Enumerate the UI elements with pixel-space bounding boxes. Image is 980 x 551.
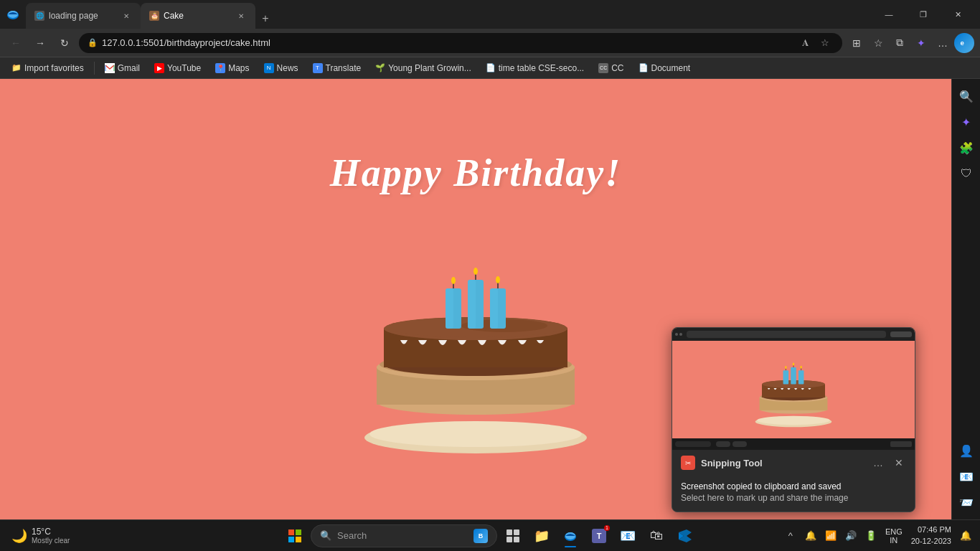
network-icon[interactable]: 📶 bbox=[822, 527, 839, 545]
fav-gmail-label: Gmail bbox=[118, 63, 140, 73]
battery-icon[interactable]: 🔋 bbox=[862, 527, 880, 545]
snipping-tool-menu[interactable]: … bbox=[870, 456, 886, 470]
svg-point-7 bbox=[369, 421, 582, 447]
svg-point-49 bbox=[785, 366, 787, 369]
sidebar-search-icon[interactable]: 🔍 bbox=[955, 85, 978, 108]
svg-point-34 bbox=[757, 416, 830, 425]
tab-title-loading: loading page bbox=[49, 11, 116, 21]
svg-rect-26 bbox=[468, 280, 476, 329]
taskview-button[interactable] bbox=[500, 523, 526, 549]
fav-gmail[interactable]: Gmail bbox=[99, 62, 146, 75]
tab-cake[interactable]: 🎂 Cake ✕ bbox=[141, 3, 255, 29]
svg-point-24 bbox=[451, 277, 456, 284]
favorites-star-button[interactable]: ☆ bbox=[868, 33, 888, 53]
start-button[interactable] bbox=[282, 523, 308, 549]
browser-viewport[interactable]: Happy Birthday! bbox=[0, 79, 951, 519]
reader-mode-button[interactable]: 𝐀 bbox=[796, 34, 814, 52]
outlook-taskbar-button[interactable]: 📧 bbox=[615, 523, 641, 549]
clock-time: 07:46 PM bbox=[918, 524, 951, 535]
split-view-button[interactable]: ⧉ bbox=[890, 33, 910, 53]
favorites-bar: 📁 Import favorites Gmail ▶ YouTube 📍 Map… bbox=[0, 57, 980, 79]
fav-translate-label: Translate bbox=[326, 63, 362, 73]
window-controls-left bbox=[6, 7, 23, 22]
maximize-button[interactable]: ❐ bbox=[907, 3, 940, 26]
file-explorer-button[interactable]: 📁 bbox=[529, 523, 555, 549]
fav-maps[interactable]: 📍 Maps bbox=[209, 62, 255, 75]
tab-close-loading[interactable]: ✕ bbox=[121, 10, 132, 22]
sidebar-essentials-icon[interactable]: 🛡 bbox=[955, 162, 978, 185]
snipping-tool-logo: ✂ bbox=[681, 456, 695, 470]
snipping-message-1: Screenshot copied to clipboard and saved bbox=[681, 481, 906, 491]
tab-loading-page[interactable]: 🌐 loading page ✕ bbox=[26, 3, 141, 29]
fav-youtube[interactable]: ▶ YouTube bbox=[149, 62, 207, 75]
address-box[interactable]: 🔒 127.0.0.1:5501/birthdayproject/cake.ht… bbox=[79, 33, 842, 53]
more-button[interactable]: … bbox=[933, 33, 953, 53]
svg-rect-22 bbox=[446, 288, 453, 329]
svg-rect-59 bbox=[514, 537, 519, 542]
fav-import-favorites[interactable]: 📁 Import favorites bbox=[6, 62, 90, 75]
cake-image bbox=[339, 230, 612, 462]
fav-news[interactable]: N News bbox=[258, 62, 304, 75]
store-button[interactable]: 🛍 bbox=[644, 523, 669, 549]
copilot-toolbar-button[interactable]: ✦ bbox=[911, 33, 931, 53]
fav-timetable[interactable]: 📄 time table CSE-seco... bbox=[480, 62, 590, 75]
svg-rect-43 bbox=[783, 370, 789, 384]
svg-rect-53 bbox=[296, 529, 301, 535]
toolbar-icons: ⊞ ☆ ⧉ ✦ … e bbox=[847, 33, 974, 53]
sidebar-profile-icon[interactable]: 👤 bbox=[955, 439, 978, 462]
new-tab-button[interactable]: + bbox=[255, 9, 275, 29]
back-button[interactable]: ← bbox=[6, 33, 26, 53]
sidebar-outlook-icon[interactable]: 📧 bbox=[955, 465, 978, 488]
close-button[interactable]: ✕ bbox=[941, 3, 974, 26]
svg-rect-30 bbox=[490, 288, 498, 329]
cc-icon: CC bbox=[598, 63, 608, 73]
svg-rect-57 bbox=[514, 529, 519, 535]
language-region: IN bbox=[885, 536, 903, 545]
svg-rect-3 bbox=[105, 63, 115, 73]
fav-cc[interactable]: CC CC bbox=[593, 62, 629, 75]
notification-button[interactable]: 🔔 bbox=[957, 527, 974, 545]
edge-taskbar-button[interactable] bbox=[557, 523, 583, 549]
taskbar-search[interactable]: 🔍 Search B bbox=[311, 524, 497, 547]
right-sidebar: 🔍 ✦ 🧩 🛡 👤 📧 📨 bbox=[951, 79, 980, 519]
teams-icon: T bbox=[592, 529, 606, 543]
vscode-button[interactable] bbox=[672, 523, 698, 549]
minimize-button[interactable]: — bbox=[872, 3, 905, 26]
gmail-icon bbox=[105, 63, 115, 73]
address-bar: ← → ↻ 🔒 127.0.0.1:5501/birthdayproject/c… bbox=[0, 29, 980, 57]
fav-document-label: Document bbox=[651, 63, 691, 73]
sidebar-copilot-icon[interactable]: ✦ bbox=[955, 110, 978, 133]
birthday-heading: Happy Birthday! bbox=[330, 151, 622, 195]
profile-icon[interactable]: e bbox=[954, 33, 974, 53]
language-indicator[interactable]: ENG IN bbox=[882, 526, 905, 546]
fav-translate[interactable]: T Translate bbox=[307, 62, 367, 75]
svg-rect-45 bbox=[791, 367, 796, 384]
volume-icon[interactable]: 🔊 bbox=[842, 527, 859, 545]
tab-close-cake[interactable]: ✕ bbox=[235, 10, 247, 22]
systray-overflow-button[interactable]: ^ bbox=[782, 527, 799, 545]
address-bar-icons: 𝐀 ☆ bbox=[796, 34, 834, 52]
fav-young-plant[interactable]: 🌱 Young Plant Growin... bbox=[369, 62, 477, 75]
svg-rect-58 bbox=[507, 537, 512, 542]
fav-document[interactable]: 📄 Document bbox=[633, 62, 697, 75]
snipping-tool-popup[interactable]: ✂ Snipping Tool … ✕ Screenshot copied to… bbox=[672, 327, 915, 512]
weather-info: 15°C Mostly clear bbox=[32, 527, 70, 545]
systray-icon-1[interactable]: 🔔 bbox=[802, 527, 819, 545]
svg-text:e: e bbox=[960, 39, 963, 47]
weather-widget[interactable]: 🌙 15°C Mostly clear bbox=[6, 525, 75, 546]
titlebar: 🌐 loading page ✕ 🎂 Cake ✕ + — ❐ ✕ bbox=[0, 0, 980, 29]
taskbar-right: ^ 🔔 📶 🔊 🔋 ENG IN 07:46 PM 20-12-2023 🔔 bbox=[782, 523, 974, 548]
tab-favicon-cake: 🎂 bbox=[149, 11, 159, 21]
clock[interactable]: 07:46 PM 20-12-2023 bbox=[908, 523, 954, 548]
teams-button[interactable]: T 1 bbox=[586, 523, 612, 549]
favorites-button[interactable]: ☆ bbox=[816, 34, 834, 52]
browser-logo bbox=[6, 7, 20, 22]
collections-button[interactable]: ⊞ bbox=[847, 33, 867, 53]
sidebar-drop-icon[interactable]: 📨 bbox=[955, 491, 978, 514]
sidebar-extensions-icon[interactable]: 🧩 bbox=[955, 136, 978, 159]
language-code: ENG bbox=[885, 527, 903, 536]
snipping-tool-close[interactable]: ✕ bbox=[892, 456, 906, 470]
forward-button[interactable]: → bbox=[30, 33, 50, 53]
news-icon: N bbox=[264, 63, 274, 73]
refresh-button[interactable]: ↻ bbox=[55, 33, 75, 53]
